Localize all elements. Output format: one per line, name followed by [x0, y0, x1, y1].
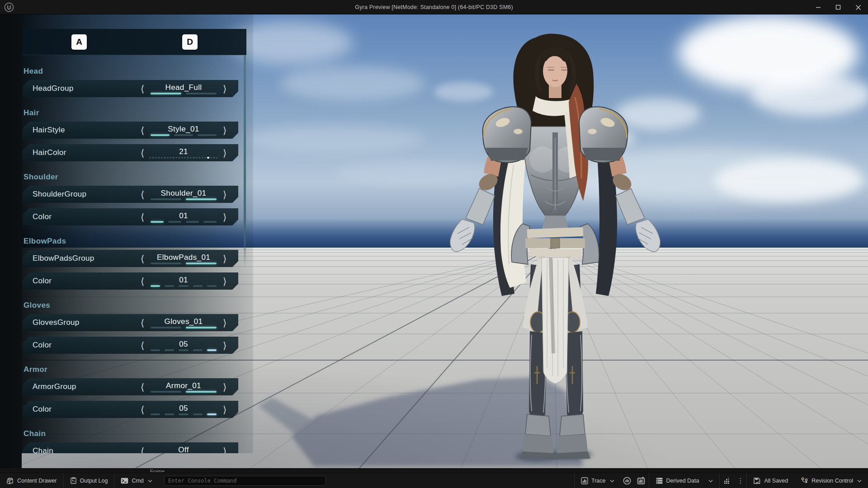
segment	[186, 221, 199, 223]
save-status-button[interactable]: All Saved	[747, 473, 794, 488]
trace-menu[interactable]: Trace	[575, 473, 621, 488]
close-button[interactable]	[848, 0, 868, 14]
next-option-arrow[interactable]: ⟩	[219, 254, 230, 263]
value-stepper: ⟨Style_01⟩	[137, 125, 238, 136]
option-row-hairstyle[interactable]: HairStyle⟨Style_01⟩	[23, 122, 238, 139]
option-index-indicator	[151, 349, 217, 351]
section-armor: ArmorArmorGroup⟨Armor_01⟩Color⟨05⟩	[22, 364, 253, 418]
game-viewport[interactable]: A D HeadHeadGroup⟨Head_Full⟩HairHairStyl…	[0, 14, 868, 468]
chevron-down-icon	[708, 478, 713, 484]
maximize-button[interactable]	[828, 0, 848, 14]
option-row-color[interactable]: Color⟨01⟩	[23, 272, 238, 290]
prev-option-arrow[interactable]: ⟨	[137, 318, 148, 328]
row-label: HairColor	[33, 148, 137, 157]
prev-option-arrow[interactable]: ⟨	[137, 254, 148, 263]
option-row-shouldergroup[interactable]: ShoulderGroup⟨Shoulder_01⟩	[23, 186, 238, 203]
prev-option-arrow[interactable]: ⟨	[137, 405, 148, 414]
chevron-down-icon	[148, 478, 152, 484]
trace-icon	[581, 477, 588, 484]
cmd-selector[interactable]: Cmd	[114, 473, 158, 488]
viewport-left-rail	[0, 14, 22, 468]
option-row-armorgroup[interactable]: ArmorGroup⟨Armor_01⟩	[23, 378, 238, 395]
row-label: ElbowPadsGroup	[33, 254, 137, 263]
segment-active	[151, 221, 164, 223]
derived-data-menu[interactable]: Derived Data	[649, 473, 720, 488]
prev-option-arrow[interactable]: ⟨	[137, 126, 148, 135]
section-chain: ChainChain⟨Off⟩	[22, 428, 253, 453]
option-index-indicator	[151, 198, 217, 200]
segment	[193, 157, 194, 159]
value-stepper: ⟨21⟩	[137, 147, 238, 159]
option-row-haircolor[interactable]: HairColor⟨21⟩	[23, 144, 238, 161]
next-option-arrow[interactable]: ⟩	[219, 212, 230, 222]
insights-session-button[interactable]	[621, 473, 633, 488]
prev-option-arrow[interactable]: ⟨	[137, 277, 148, 286]
snapshot-profiler-button[interactable]	[633, 473, 649, 488]
next-option-arrow[interactable]: ⟩	[219, 341, 230, 350]
option-row-chain[interactable]: Chain⟨Off⟩	[23, 442, 238, 453]
segment	[155, 157, 157, 159]
next-option-arrow[interactable]: ⟩	[219, 405, 230, 414]
prev-option-arrow[interactable]: ⟨	[137, 190, 148, 199]
minimize-button[interactable]	[808, 0, 828, 14]
option-row-color[interactable]: Color⟨05⟩	[23, 337, 238, 354]
character-render	[434, 29, 678, 465]
option-index-indicator	[151, 263, 217, 264]
segment	[198, 157, 200, 159]
prev-option-arrow[interactable]: ⟨	[137, 84, 148, 94]
option-row-glovesgroup[interactable]: GlovesGroup⟨Gloves_01⟩	[23, 314, 238, 331]
segment-active	[151, 93, 181, 94]
option-value: 01	[179, 211, 188, 220]
value-column: 05	[148, 404, 219, 415]
section-shoulder: ShoulderShoulderGroup⟨Shoulder_01⟩Color⟨…	[22, 171, 253, 225]
value-column: Off	[148, 446, 219, 454]
next-option-arrow[interactable]: ⟩	[219, 84, 230, 94]
option-row-elbowpadsgroup[interactable]: ElbowPadsGroup⟨ElbowPads_01⟩	[23, 250, 238, 267]
prev-option-arrow[interactable]: ⟨	[137, 446, 148, 454]
option-row-color[interactable]: Color⟨01⟩	[23, 208, 238, 225]
segment	[174, 134, 193, 136]
option-row-color[interactable]: Color⟨05⟩	[23, 401, 238, 418]
derived-data-label: Derived Data	[666, 478, 699, 484]
prev-option-arrow[interactable]: ⟨	[137, 382, 148, 392]
segment	[151, 263, 181, 264]
prev-option-arrow[interactable]: ⟨	[137, 341, 148, 350]
next-option-arrow[interactable]: ⟩	[219, 126, 230, 135]
segment	[193, 285, 203, 287]
rotate-right-key-d[interactable]: D	[182, 34, 198, 50]
value-stepper: ⟨Off⟩	[137, 446, 238, 454]
content-drawer-button[interactable]: Content Drawer	[0, 473, 63, 488]
section-label: Head	[22, 66, 253, 77]
option-index-indicator	[151, 134, 217, 136]
rotate-left-key-a[interactable]: A	[71, 34, 87, 50]
prev-option-arrow[interactable]: ⟨	[137, 212, 148, 222]
next-option-arrow[interactable]: ⟩	[219, 148, 230, 158]
next-option-arrow[interactable]: ⟩	[219, 318, 230, 328]
value-stepper: ⟨05⟩	[137, 404, 238, 415]
console-command-input[interactable]	[164, 476, 326, 486]
value-column: 05	[148, 340, 219, 351]
value-stepper: ⟨Armor_01⟩	[137, 381, 238, 393]
output-log-button[interactable]: Output Log	[64, 473, 114, 488]
next-option-arrow[interactable]: ⟩	[219, 382, 230, 392]
save-all-icon	[753, 477, 761, 484]
option-index-indicator	[151, 285, 217, 287]
window-title-bar: Gyra Preview [NetMode: Standalone 0] (64…	[0, 0, 868, 14]
segment	[172, 157, 174, 159]
next-option-arrow[interactable]: ⟩	[219, 446, 230, 454]
section-label: Chain	[22, 428, 253, 440]
option-value: 01	[179, 276, 188, 284]
prev-option-arrow[interactable]: ⟨	[137, 148, 148, 158]
option-row-headgroup[interactable]: HeadGroup⟨Head_Full⟩	[23, 80, 238, 97]
row-label: Color	[33, 277, 137, 286]
value-column: Armor_01	[148, 381, 219, 393]
panel-scrollbar[interactable]	[244, 55, 246, 267]
messages-button[interactable]	[720, 473, 734, 488]
next-option-arrow[interactable]: ⟩	[219, 190, 230, 199]
chevron-down-icon	[610, 478, 614, 484]
row-label: HairStyle	[33, 126, 137, 135]
next-option-arrow[interactable]: ⟩	[219, 277, 230, 286]
kebab-menu-button[interactable]: ⋮	[734, 473, 746, 488]
segment	[210, 157, 212, 159]
revision-control-menu[interactable]: Revision Control	[794, 473, 868, 488]
